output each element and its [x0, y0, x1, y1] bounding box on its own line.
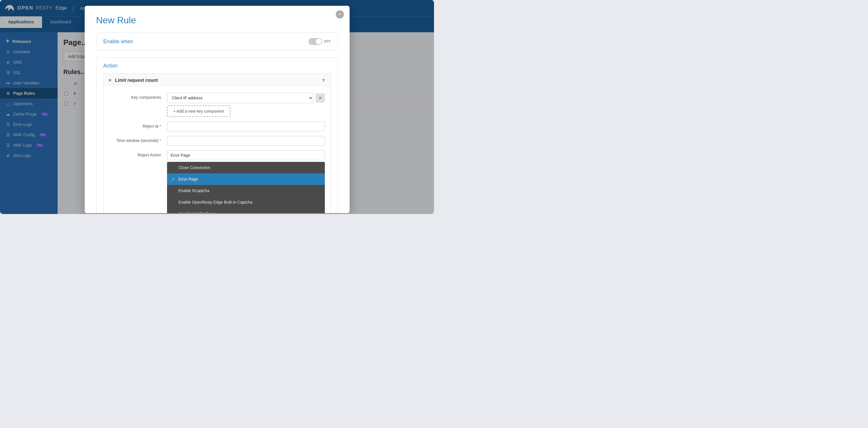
time-window-row: Time window (seconds) *	[110, 136, 325, 146]
time-window-label: Time window (seconds) *	[110, 136, 161, 143]
dropdown-label: Close Connection	[179, 165, 211, 170]
dropdown-item-error-page[interactable]: ✓ Error Page	[167, 173, 325, 185]
key-components-control: Client IP address ✕ + Add a new key comp…	[167, 93, 325, 117]
dropdown-label: Enable OpenResty Edge Built-in Captcha	[179, 200, 253, 205]
dropdown-item-hcaptcha[interactable]: Enable hCaptcha	[167, 185, 325, 196]
dropdown-label: JavaScript Challenge	[179, 211, 217, 213]
modal-close-button[interactable]: ×	[336, 10, 344, 19]
rule-expand-icon[interactable]: ▼	[321, 78, 326, 83]
reject-action-label: Reject Action	[110, 150, 161, 157]
action-section: Action ✕ Limit request count ▼ Key compo…	[96, 57, 338, 213]
reject-action-control: Close Connection ✓ Error Page Enable hCa…	[167, 150, 325, 160]
key-components-label: Key components	[110, 93, 161, 100]
reject-action-input[interactable]	[167, 150, 325, 160]
action-label: Action	[103, 63, 331, 69]
time-window-required: *	[158, 138, 161, 143]
time-window-input[interactable]	[167, 136, 325, 146]
dropdown-item-js-challenge[interactable]: JavaScript Challenge	[167, 208, 325, 213]
enable-when-section: Enable when OFF	[96, 33, 338, 51]
dropdown-label: Error Page	[179, 177, 198, 181]
check-icon-selected: ✓	[172, 177, 176, 181]
add-key-button[interactable]: + Add a new key component	[167, 105, 230, 117]
reject-at-label: Reject at *	[110, 122, 161, 128]
key-comp-row: Client IP address ✕	[167, 93, 325, 103]
reject-at-row: Reject at *	[110, 122, 325, 131]
time-window-control	[167, 136, 325, 146]
rule-remove-button[interactable]: ✕	[108, 78, 112, 83]
dropdown-item-openresty-captcha[interactable]: Enable OpenResty Edge Built-in Captcha	[167, 196, 325, 208]
rule-title: Limit request count	[115, 78, 318, 83]
reject-action-dropdown: Close Connection ✓ Error Page Enable hCa…	[167, 162, 325, 213]
modal-overlay: × New Rule Enable when OFF Action ✕	[0, 0, 434, 214]
rule-item: ✕ Limit request count ▼ Key components C…	[103, 73, 331, 213]
modal: × New Rule Enable when OFF Action ✕	[85, 6, 350, 213]
enable-when-label: Enable when	[103, 39, 133, 44]
reject-action-row: Reject Action Close Connection	[110, 150, 325, 160]
toggle-track[interactable]	[308, 38, 322, 45]
dropdown-item-close-connection[interactable]: Close Connection	[167, 162, 325, 173]
reject-at-control	[167, 122, 325, 131]
app-wrapper: OPEN RESTY Edge | About Li... Applicatio…	[0, 0, 434, 214]
rule-body: Key components Client IP address ✕ + Add…	[104, 87, 331, 213]
key-comp-remove-button[interactable]: ✕	[316, 93, 325, 102]
dropdown-label: Enable hCaptcha	[179, 188, 209, 193]
toggle-state-label: OFF	[324, 39, 331, 43]
toggle-thumb	[316, 39, 322, 44]
key-components-row: Key components Client IP address ✕ + Add…	[110, 93, 325, 117]
reject-at-input[interactable]	[167, 122, 325, 131]
rule-header: ✕ Limit request count ▼	[104, 74, 331, 87]
key-comp-select[interactable]: Client IP address	[167, 93, 313, 103]
reject-at-required: *	[158, 124, 161, 128]
modal-title: New Rule	[96, 15, 338, 26]
enable-when-toggle[interactable]: OFF	[308, 38, 331, 45]
